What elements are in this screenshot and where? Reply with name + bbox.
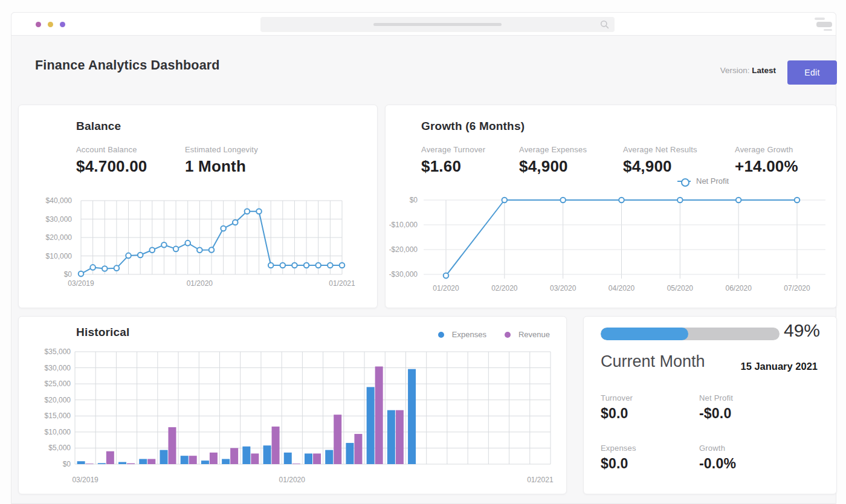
legend-label: Expenses	[452, 330, 486, 339]
current-month-title: Current Month	[601, 352, 705, 371]
stat-value: $1.60	[421, 157, 485, 176]
svg-text:03/2019: 03/2019	[72, 476, 98, 484]
stat-value: $0.0	[601, 456, 636, 472]
stat-label: Turnover	[601, 393, 633, 402]
svg-text:01/2021: 01/2021	[329, 279, 355, 288]
stat-value: $4.700.00	[76, 157, 147, 176]
legend-label: Revenue	[518, 330, 550, 339]
stat-value: $4,900	[623, 157, 697, 176]
turnover-stat: Turnover $0.0	[601, 393, 633, 422]
svg-text:$25,000: $25,000	[45, 380, 71, 388]
estimated-longevity-stat: Estimated Longevity 1 Month	[185, 145, 258, 176]
menu-icon-line	[816, 22, 832, 27]
stat-label: Estimated Longevity	[185, 145, 258, 154]
stat-label: Average Net Results	[623, 145, 697, 154]
svg-text:-$30,000: -$30,000	[389, 270, 418, 279]
svg-text:$35,000: $35,000	[45, 347, 71, 356]
stat-value: 1 Month	[185, 157, 258, 176]
balance-card-title: Balance	[76, 120, 121, 133]
svg-text:01/2020: 01/2020	[433, 284, 459, 292]
current-month-date: 15 January 2021	[740, 361, 818, 372]
average-growth-stat: Average Growth +14.00%	[735, 145, 798, 176]
revenue-legend-dot-icon	[505, 332, 511, 338]
svg-text:-$20,000: -$20,000	[389, 245, 418, 254]
progress-bar	[601, 328, 780, 340]
progress-percent: 49%	[784, 320, 820, 341]
stat-label: Account Balance	[76, 145, 147, 154]
search-placeholder-bar	[373, 23, 502, 26]
historical-card-title: Historical	[76, 326, 130, 339]
menu-icon-line	[815, 18, 825, 20]
growth-card-title: Growth (6 Months)	[421, 120, 525, 133]
edit-button[interactable]: Edit	[787, 60, 837, 85]
svg-text:$15,000: $15,000	[45, 412, 71, 420]
expenses-legend-dot-icon	[438, 332, 444, 338]
svg-text:$5,000: $5,000	[48, 444, 71, 452]
average-expenses-stat: Average Expenses $4,900	[519, 145, 587, 176]
svg-text:-$10,000: -$10,000	[389, 221, 418, 229]
version-label: Version:	[720, 66, 750, 75]
stat-value: -$0.0	[699, 405, 733, 422]
balance-card: Balance Account Balance $4.700.00 Estima…	[18, 105, 378, 308]
stat-value: $4,900	[519, 157, 587, 176]
version-text: Version: Latest	[720, 66, 776, 75]
stat-label: Average Growth	[735, 145, 798, 154]
growth-chart: $0-$10,000-$20,000-$30,00001/202002/2020…	[386, 195, 833, 301]
stat-label: Average Expenses	[519, 145, 587, 154]
svg-text:$20,000: $20,000	[45, 396, 71, 404]
stat-value: +14.00%	[735, 157, 798, 176]
historical-legend: Expenses Revenue	[438, 330, 550, 339]
svg-text:02/2020: 02/2020	[491, 284, 518, 292]
svg-text:07/2020: 07/2020	[784, 284, 810, 292]
average-net-results-stat: Average Net Results $4,900	[623, 145, 697, 176]
page-title: Finance Analytics Dashboard	[35, 58, 220, 73]
version-value: Latest	[752, 66, 776, 75]
svg-text:$0: $0	[410, 196, 418, 204]
svg-text:04/2020: 04/2020	[609, 284, 635, 292]
svg-text:$40,000: $40,000	[46, 196, 73, 205]
svg-text:$0: $0	[63, 460, 71, 468]
svg-text:$30,000: $30,000	[46, 215, 73, 224]
net-profit-legend[interactable]: Net Profit	[677, 176, 729, 186]
app-window: Finance Analytics Dashboard Version: Lat…	[0, 0, 846, 504]
historical-card: Historical Expenses Revenue $35,000$30,0…	[18, 316, 567, 494]
svg-text:$30,000: $30,000	[45, 364, 71, 372]
legend-item-revenue[interactable]: Revenue	[505, 330, 550, 339]
stat-value: -0.0%	[699, 456, 736, 472]
window-controls	[36, 13, 65, 36]
traffic-light-3[interactable]	[60, 22, 65, 27]
svg-text:$20,000: $20,000	[46, 233, 73, 242]
stat-value: $0.0	[601, 405, 633, 422]
svg-text:03/2019: 03/2019	[68, 279, 94, 288]
net-profit-legend-label: Net Profit	[696, 176, 729, 186]
net-profit-stat: Net Profit -$0.0	[699, 393, 733, 422]
progress-fill	[601, 328, 688, 340]
stat-label: Growth	[699, 444, 736, 453]
svg-text:01/2020: 01/2020	[187, 279, 213, 288]
stat-label: Expenses	[601, 444, 636, 453]
search-input[interactable]	[260, 17, 615, 32]
account-balance-stat: Account Balance $4.700.00	[76, 145, 147, 176]
search-icon[interactable]	[600, 20, 609, 29]
average-turnover-stat: Average Turnover $1.60	[421, 145, 485, 176]
historical-chart: $35,000$30,000$25,000$20,000$15,000$10,0…	[43, 346, 560, 494]
svg-text:$10,000: $10,000	[46, 252, 73, 260]
balance-chart: $40,000$30,000$20,000$10,000$003/201901/…	[43, 195, 363, 298]
growth-card: Growth (6 Months) Average Turnover $1.60…	[385, 105, 837, 308]
svg-text:06/2020: 06/2020	[725, 284, 752, 292]
svg-text:$10,000: $10,000	[45, 428, 71, 436]
growth-stat: Growth -0.0%	[699, 444, 736, 472]
traffic-light-1[interactable]	[36, 22, 41, 27]
menu-icon[interactable]	[810, 18, 832, 31]
svg-text:01/2020: 01/2020	[279, 476, 306, 484]
svg-text:05/2020: 05/2020	[667, 284, 694, 292]
svg-text:$0: $0	[64, 270, 73, 279]
window-titlebar	[11, 13, 836, 36]
svg-text:01/2021: 01/2021	[527, 476, 554, 484]
menu-icon-line	[824, 29, 832, 31]
expenses-stat: Expenses $0.0	[601, 444, 636, 472]
stat-label: Net Profit	[699, 393, 733, 402]
legend-item-expenses[interactable]: Expenses	[438, 330, 486, 339]
current-month-card: 49% Current Month 15 January 2021 Turnov…	[583, 316, 837, 494]
traffic-light-2[interactable]	[48, 22, 53, 27]
